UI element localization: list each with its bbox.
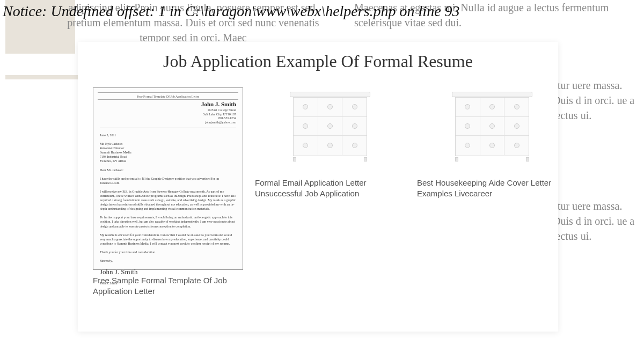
letter-divider: [100, 128, 236, 128]
letter-recipient: Mr. Kyle Jackson Personnel Director Summ…: [100, 142, 236, 163]
letter-body: June 5, 2011 Mr. Kyle Jackson Personnel …: [100, 133, 236, 290]
addr-line: 16 East College Street: [203, 108, 236, 113]
letter-header-band: Free Formal Template Of Job Application …: [98, 92, 238, 100]
letter-sender-address: 16 East College Street Salt Lake City, U…: [203, 108, 236, 124]
letter-para: I will receive my B.S. in Graphic Arts f…: [100, 189, 236, 211]
letter-date: June 5, 2011: [100, 133, 236, 137]
letter-greeting: Dear Mr. Jackson:: [100, 168, 236, 172]
thumb-caption: Formal Email Application Letter Unsucces…: [255, 178, 405, 200]
letter-signature: John J. Smith: [100, 267, 236, 277]
thumb-image-dresser: [417, 92, 567, 172]
letter-para: I have the skills and potential to fill …: [100, 177, 236, 185]
thumb-item[interactable]: Formal Email Application Letter Unsucces…: [255, 87, 405, 297]
letter-para: To further support your base requirement…: [100, 215, 236, 228]
thumb-item[interactable]: Best Housekeeping Aide Cover Letter Exam…: [417, 87, 567, 297]
thumbnail-row: Free Formal Template Of Job Application …: [93, 87, 543, 297]
letter-closing: Sincerely,: [100, 259, 236, 263]
addr-line: Salt Lake City, UT 84107: [203, 113, 236, 117]
page-title: Job Application Example Of Formal Resume: [93, 52, 543, 71]
thumb-item[interactable]: Free Formal Template Of Job Application …: [93, 87, 243, 297]
addr-line: johnjsmith@yahoo.com: [203, 121, 236, 125]
thumb-caption: Best Housekeeping Aide Cover Letter Exam…: [417, 178, 567, 200]
article-card: Job Application Example Of Formal Resume…: [78, 42, 558, 332]
php-error-notice: Notice: Undefined offset: 1 in C:\larago…: [3, 3, 460, 20]
thumb-image-dresser: [255, 92, 405, 172]
addr-line: 801.555.1234: [203, 116, 236, 121]
dresser-icon: [290, 92, 370, 161]
letter-para: Thank you for your time and consideratio…: [100, 250, 236, 254]
letter-sender-name: John J. Smith: [201, 101, 236, 107]
letter-para: My resume is enclosed for your considera…: [100, 233, 236, 246]
dresser-icon: [452, 92, 532, 161]
letter-printed-name: John J. Smith: [100, 281, 236, 285]
thumb-image-letter: Free Formal Template Of Job Application …: [93, 87, 243, 270]
